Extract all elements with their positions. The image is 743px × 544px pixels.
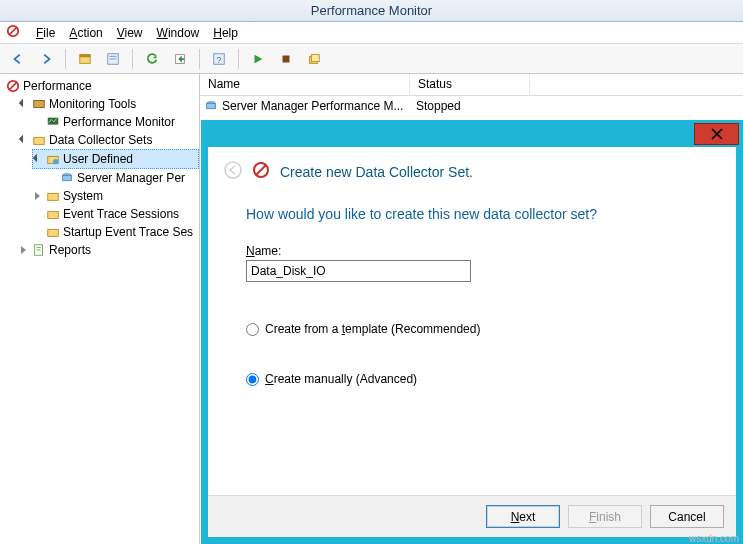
svg-rect-3: [80, 54, 91, 57]
toolbar-separator: [132, 49, 133, 69]
radio-manual[interactable]: [246, 373, 259, 386]
tree-label: Server Manager Per: [77, 169, 185, 187]
tree-label: Event Trace Sessions: [63, 205, 179, 223]
wizard-footer: NextNext FinishFinish Cancel: [208, 495, 736, 537]
wizard-title: Create new Data Collector Set.: [280, 164, 473, 180]
svg-rect-23: [48, 193, 59, 200]
svg-marker-10: [255, 54, 263, 63]
tree-label: Performance Monitor: [63, 113, 175, 131]
tree-node-performance[interactable]: Performance: [4, 77, 199, 95]
radio-template[interactable]: [246, 323, 259, 336]
wizard-dialog: Create new Data Collector Set. How would…: [201, 120, 743, 544]
help-button[interactable]: ?: [207, 47, 231, 71]
tree-label: Startup Event Trace Ses: [63, 223, 193, 241]
tree-label: System: [63, 187, 103, 205]
svg-rect-24: [48, 211, 59, 218]
folder-icon: [46, 207, 60, 221]
expand-icon[interactable]: [20, 246, 29, 255]
toolbar-separator: [199, 49, 200, 69]
collapse-icon[interactable]: [20, 100, 29, 109]
wizard-question: How would you like to create this new da…: [246, 206, 698, 222]
collapse-icon[interactable]: [20, 136, 29, 145]
dcs-item-icon: [60, 171, 74, 185]
svg-line-15: [10, 83, 17, 90]
tree-node-system[interactable]: System: [32, 187, 199, 205]
menu-view[interactable]: ViewView: [117, 26, 143, 40]
menu-file[interactable]: FFileile: [36, 26, 55, 40]
toolbar-separator: [65, 49, 66, 69]
new-window-button[interactable]: [302, 47, 326, 71]
svg-line-1: [10, 28, 17, 35]
properties-button[interactable]: [101, 47, 125, 71]
show-hide-tree-button[interactable]: [73, 47, 97, 71]
cell-name: Server Manager Performance M...: [218, 99, 412, 113]
collapse-icon[interactable]: [34, 155, 43, 164]
svg-text:?: ?: [217, 54, 222, 64]
menu-window[interactable]: WindowWindow: [157, 26, 200, 40]
option-template[interactable]: Create from a template (Recommended)Crea…: [246, 322, 698, 336]
tree-label: Performance: [23, 77, 92, 95]
watermark: wsxdn.com: [689, 533, 739, 544]
name-input[interactable]: [246, 260, 471, 282]
tree-node-startup-ets[interactable]: Startup Event Trace Ses: [32, 223, 199, 241]
forward-button[interactable]: [34, 47, 58, 71]
export-button[interactable]: [168, 47, 192, 71]
next-button[interactable]: NextNext: [486, 505, 560, 528]
folder-icon: [32, 133, 46, 147]
expand-icon[interactable]: [34, 192, 43, 201]
close-button[interactable]: [694, 123, 739, 145]
close-icon: [711, 128, 723, 140]
list-header: Name Status: [200, 74, 743, 96]
folder-gear-icon: [46, 189, 60, 203]
back-disabled-icon: [224, 161, 242, 182]
folder-icon: [46, 225, 60, 239]
navigation-tree[interactable]: Performance Monitoring Tools: [0, 74, 200, 544]
app-icon: [6, 24, 20, 41]
menu-bar: FFileile ActionAction ViewView WindowWin…: [0, 22, 743, 44]
toolbar: ?: [0, 44, 743, 74]
menu-help[interactable]: HelpHelp: [213, 26, 238, 40]
tree-node-perf-monitor[interactable]: Performance Monitor: [32, 113, 199, 131]
svg-rect-22: [63, 175, 72, 180]
tree-label: Data Collector Sets: [49, 131, 152, 149]
name-label: Name:Name:: [246, 244, 698, 258]
tree-label: Reports: [49, 241, 91, 259]
wizard-icon: [252, 161, 270, 182]
option-manual[interactable]: Create manually (Advanced)Create manuall…: [246, 372, 698, 386]
stop-button[interactable]: [274, 47, 298, 71]
tree-label: Monitoring Tools: [49, 95, 136, 113]
column-name[interactable]: Name: [200, 74, 410, 95]
toolbar-separator: [238, 49, 239, 69]
tree-node-user-defined[interactable]: User Defined: [32, 149, 199, 169]
tree-node-dcs[interactable]: Data Collector Sets: [18, 131, 199, 149]
tree-label: User Defined: [63, 150, 133, 168]
svg-line-35: [256, 165, 266, 175]
menu-action[interactable]: ActionAction: [69, 26, 102, 40]
cell-status: Stopped: [412, 99, 532, 113]
list-row[interactable]: Server Manager Performance M... Stopped: [200, 96, 743, 116]
svg-rect-18: [34, 137, 45, 144]
tree-node-ets[interactable]: Event Trace Sessions: [32, 205, 199, 223]
finish-button: FinishFinish: [568, 505, 642, 528]
tree-node-reports[interactable]: Reports: [18, 241, 199, 259]
back-button[interactable]: [6, 47, 30, 71]
tree-node-monitoring-tools[interactable]: Monitoring Tools: [18, 95, 199, 113]
option-label: Create from a template (Recommended)Crea…: [265, 322, 480, 336]
refresh-button[interactable]: [140, 47, 164, 71]
tools-icon: [32, 97, 46, 111]
svg-rect-16: [34, 101, 45, 108]
performance-icon: [6, 79, 20, 93]
svg-rect-11: [283, 55, 290, 62]
reports-icon: [32, 243, 46, 257]
window-title: Performance Monitor: [0, 0, 743, 22]
option-label: Create manually (Advanced)Create manuall…: [265, 372, 417, 386]
folder-user-icon: [46, 152, 60, 166]
svg-point-20: [53, 159, 58, 164]
run-button[interactable]: [246, 47, 270, 71]
tree-node-server-mgr-perf[interactable]: Server Manager Per: [46, 169, 199, 187]
svg-point-33: [225, 162, 241, 178]
svg-rect-13: [311, 54, 319, 61]
column-status[interactable]: Status: [410, 74, 530, 95]
cancel-button[interactable]: Cancel: [650, 505, 724, 528]
dcs-item-icon: [204, 99, 218, 113]
